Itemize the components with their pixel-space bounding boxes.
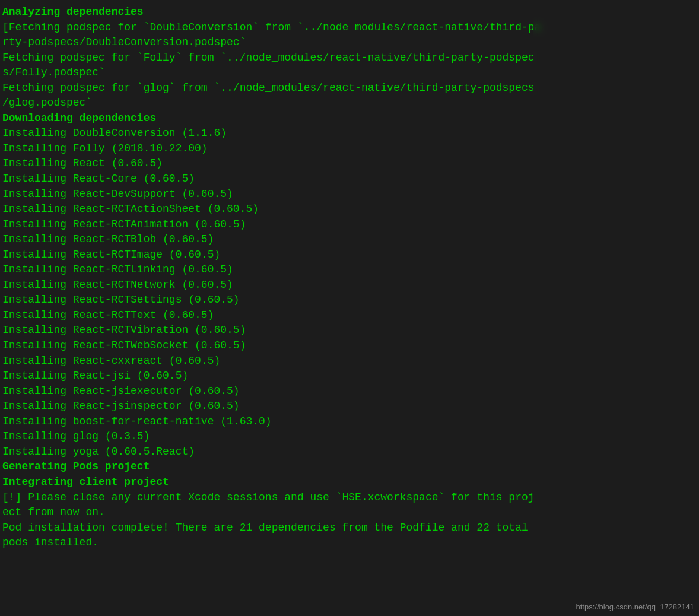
terminal-line: Installing React-RCTImage (0.60.5) <box>2 247 697 263</box>
terminal-line: ect from now on. <box>2 505 697 520</box>
terminal-line: Installing React-RCTNetwork (0.60.5) <box>2 278 697 293</box>
terminal-output: Analyzing dependencies[Fetching podspec … <box>2 5 697 551</box>
terminal-line: Generating Pods project <box>2 459 697 475</box>
terminal-line: Installing React-jsi (0.60.5) <box>2 369 697 384</box>
terminal-line: Installing React-Core (0.60.5) <box>2 172 697 187</box>
terminal-line: Installing React-jsiexecutor (0.60.5) <box>2 384 697 399</box>
terminal-line: Installing boost-for-react-native (1.63.… <box>2 414 697 430</box>
terminal-line: Installing Folly (2018.10.22.00) <box>2 141 697 157</box>
terminal-line: [!] Please close any current Xcode sessi… <box>2 490 697 506</box>
terminal-line: Analyzing dependencies <box>2 5 697 20</box>
terminal-line: Downloading dependencies <box>2 111 697 126</box>
terminal-line: Installing React (0.60.5) <box>2 156 697 172</box>
terminal-line: Installing React-RCTText (0.60.5) <box>2 308 697 323</box>
terminal-line: Installing glog (0.3.5) <box>2 429 697 444</box>
terminal-line: Installing React-cxxreact (0.60.5) <box>2 354 697 369</box>
terminal-line: Installing React-RCTVibration (0.60.5) <box>2 323 697 338</box>
terminal-line: Installing React-RCTLinking (0.60.5) <box>2 262 697 278</box>
terminal-line: /glog.podspec` <box>2 96 697 111</box>
terminal-line: Fetching podspec for `Folly` from `../no… <box>2 50 697 66</box>
terminal-line: [Fetching podspec for `DoubleConversion`… <box>2 20 697 36</box>
terminal-line: Installing DoubleConversion (1.1.6) <box>2 126 697 141</box>
terminal-line: Installing React-RCTWebSocket (0.60.5) <box>2 338 697 354</box>
terminal-line: Installing React-jsinspector (0.60.5) <box>2 399 697 414</box>
terminal-line: Integrating client project <box>2 475 697 490</box>
terminal-line: Installing React-DevSupport (0.60.5) <box>2 187 697 202</box>
watermark: https://blog.csdn.net/qq_17282141 <box>576 602 695 611</box>
terminal-line: Installing React-RCTActionSheet (0.60.5) <box>2 202 697 217</box>
terminal-line: s/Folly.podspec` <box>2 65 697 81</box>
terminal-window: Analyzing dependencies[Fetching podspec … <box>0 0 699 616</box>
terminal-line: Installing React-RCTAnimation (0.60.5) <box>2 217 697 233</box>
terminal-line: Installing yoga (0.60.5.React) <box>2 444 697 460</box>
terminal-line: rty-podspecs/DoubleConversion.podspec` <box>2 35 697 50</box>
terminal-line: pods installed. <box>2 535 697 551</box>
terminal-line: Fetching podspec for `glog` from `../nod… <box>2 81 697 96</box>
terminal-line: Installing React-RCTSettings (0.60.5) <box>2 293 697 308</box>
terminal-line: Installing React-RCTBlob (0.60.5) <box>2 232 697 247</box>
terminal-line: Pod installation complete! There are 21 … <box>2 520 697 536</box>
